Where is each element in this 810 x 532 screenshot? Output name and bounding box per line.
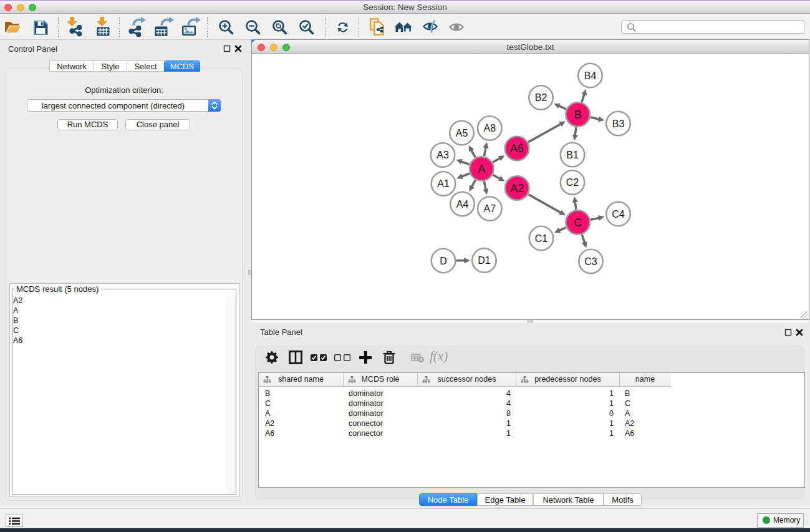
svg-text:A1: A1 xyxy=(437,178,450,189)
svg-text:D: D xyxy=(440,256,447,266)
svg-text:A2: A2 xyxy=(510,182,524,195)
svg-text:A3: A3 xyxy=(436,150,449,160)
svg-text:C4: C4 xyxy=(612,209,625,220)
svg-text:A4: A4 xyxy=(456,199,469,210)
svg-text:B: B xyxy=(574,109,582,121)
svg-text:C1: C1 xyxy=(535,233,548,244)
svg-text:A6: A6 xyxy=(510,142,524,155)
svg-text:B1: B1 xyxy=(566,150,579,160)
svg-text:A8: A8 xyxy=(484,123,496,133)
svg-text:A: A xyxy=(478,163,485,175)
svg-text:A7: A7 xyxy=(484,203,496,214)
svg-text:B2: B2 xyxy=(535,92,547,103)
svg-text:B4: B4 xyxy=(584,70,597,81)
svg-text:C3: C3 xyxy=(584,256,597,267)
svg-text:D1: D1 xyxy=(478,255,491,266)
svg-text:C: C xyxy=(574,216,582,229)
svg-text:B3: B3 xyxy=(612,118,625,129)
svg-text:C2: C2 xyxy=(566,177,579,188)
svg-text:A5: A5 xyxy=(456,128,468,138)
